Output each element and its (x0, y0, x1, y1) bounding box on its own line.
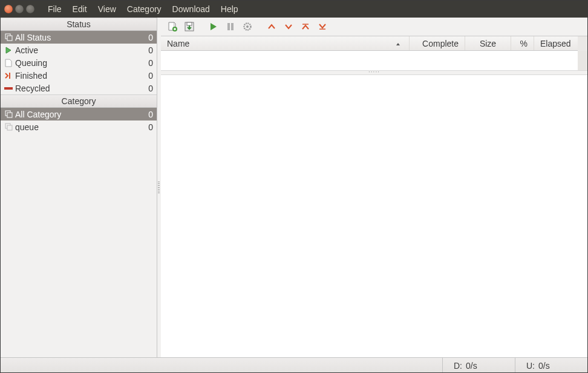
move-up-button[interactable] (265, 20, 278, 33)
toolbar (161, 18, 587, 36)
move-down-button[interactable] (282, 20, 295, 33)
sidebar-item-label: Recycled (15, 84, 143, 93)
scrollbar-stub (578, 36, 587, 51)
sidebar-item-label: Finished (15, 71, 143, 81)
sidebar: Status All Status0Active0Queuing0Finishe… (1, 18, 157, 357)
download-speed-value: 0/s (466, 361, 477, 371)
main-pane: Name Complete Size % Elapsed (161, 18, 587, 357)
download-speed-label: D: (454, 361, 462, 371)
sidebar-item-count: 0 (143, 110, 153, 119)
svg-rect-3 (4, 87, 13, 90)
column-size[interactable]: Size (465, 36, 511, 50)
status-item-all-status[interactable]: All Status0 (1, 31, 157, 44)
sidebar-item-count: 0 (143, 33, 153, 42)
maximize-icon[interactable] (26, 5, 34, 13)
start-button[interactable] (207, 20, 220, 33)
svg-rect-5 (7, 113, 12, 117)
svg-rect-11 (227, 23, 230, 30)
svg-rect-10 (187, 22, 192, 25)
menu-file[interactable]: File (43, 2, 67, 16)
svg-rect-12 (231, 23, 234, 30)
menu-help[interactable]: Help (216, 2, 243, 16)
play-icon (4, 46, 13, 54)
sidebar-item-label: All Category (15, 110, 143, 119)
sidebar-item-count: 0 (143, 84, 153, 93)
column-elapsed[interactable]: Elapsed (534, 36, 578, 50)
move-bottom-button[interactable] (316, 20, 329, 33)
column-percent[interactable]: % (511, 36, 534, 50)
upload-speed-label: U: (526, 361, 535, 371)
status-item-queuing[interactable]: Queuing0 (1, 56, 157, 69)
menu-edit[interactable]: Edit (68, 2, 92, 16)
save-button[interactable] (183, 20, 196, 33)
settings-button[interactable] (241, 20, 254, 33)
titlebar: File Edit View Category Download Help (1, 1, 587, 18)
sidebar-item-label: All Status (15, 33, 143, 42)
sidebar-item-count: 0 (143, 45, 153, 55)
status-item-finished[interactable]: Finished0 (1, 69, 157, 82)
menu-download[interactable]: Download (168, 2, 215, 16)
menubar: File Edit View Category Download Help (43, 2, 243, 16)
finish-icon (4, 71, 13, 80)
svg-point-14 (246, 25, 249, 28)
stack-icon (4, 110, 13, 119)
column-complete[interactable]: Complete (410, 36, 465, 50)
horizontal-splitter[interactable] (161, 70, 587, 75)
stack-light-icon (4, 123, 13, 131)
recycle-icon (4, 84, 13, 93)
close-icon[interactable] (4, 5, 13, 13)
status-item-active[interactable]: Active0 (1, 44, 157, 56)
sidebar-item-count: 0 (143, 58, 153, 68)
sidebar-item-label: Active (15, 45, 143, 55)
download-table: Name Complete Size % Elapsed (161, 36, 587, 357)
minimize-icon[interactable] (15, 5, 24, 13)
upload-speed-value: 0/s (538, 361, 550, 371)
column-name[interactable]: Name (161, 36, 410, 50)
status-item-recycled[interactable]: Recycled0 (1, 82, 157, 94)
sidebar-item-count: 0 (143, 71, 153, 81)
sidebar-item-label: queue (15, 122, 143, 132)
vertical-scrollbar[interactable] (578, 51, 587, 70)
category-item-all-category[interactable]: All Category0 (1, 108, 157, 120)
detail-pane (161, 75, 587, 357)
new-download-button[interactable] (166, 20, 179, 33)
menu-view[interactable]: View (93, 2, 121, 16)
table-body[interactable] (161, 51, 578, 70)
category-item-queue[interactable]: queue0 (1, 120, 157, 133)
svg-rect-1 (7, 36, 12, 41)
upload-speed: U: 0/s (515, 358, 587, 373)
sort-ascending-icon (396, 39, 400, 48)
pause-button[interactable] (224, 20, 237, 33)
sidebar-item-label: Queuing (15, 58, 143, 68)
statusbar: D: 0/s U: 0/s (1, 357, 587, 373)
stack-icon (4, 33, 13, 42)
category-header: Category (1, 94, 157, 108)
svg-rect-7 (7, 125, 12, 130)
sidebar-item-count: 0 (143, 122, 153, 132)
move-top-button[interactable] (299, 20, 312, 33)
svg-rect-2 (9, 73, 10, 79)
download-speed: D: 0/s (442, 358, 515, 373)
window-controls (4, 5, 34, 13)
status-header: Status (1, 18, 157, 31)
file-icon (4, 59, 13, 67)
menu-category[interactable]: Category (122, 2, 166, 16)
column-name-label: Name (167, 39, 189, 48)
